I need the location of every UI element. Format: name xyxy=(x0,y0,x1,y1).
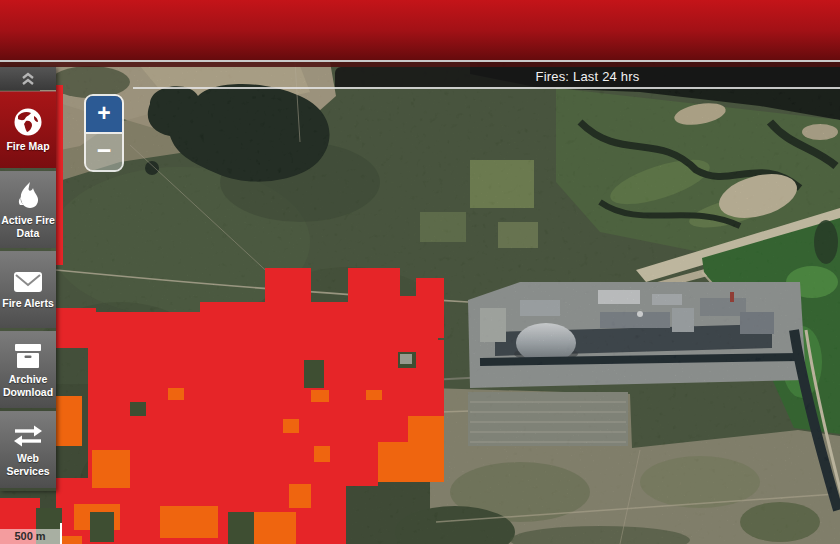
fire-detection-red xyxy=(418,340,444,416)
forest-gap xyxy=(228,512,254,544)
fire-detection-red xyxy=(294,523,320,544)
forest-gap xyxy=(90,512,114,542)
collapse-menu-button[interactable] xyxy=(0,67,56,90)
fire-detection-orange xyxy=(314,446,330,462)
sidebar-item-label: Archive Download xyxy=(0,373,56,398)
sidebar-menu: Fire Map Active Fire Data Fire Alerts Ar… xyxy=(0,67,56,491)
fire-detection-orange xyxy=(408,416,444,442)
scale-tick xyxy=(60,523,62,544)
archive-icon xyxy=(12,342,44,370)
flame-icon xyxy=(14,181,42,211)
transfer-arrows-icon xyxy=(11,423,45,449)
app-header xyxy=(0,0,840,60)
sidebar-item-label: Active Fire Data xyxy=(0,214,56,239)
sidebar-item-fire-alerts[interactable]: Fire Alerts xyxy=(0,251,56,328)
fire-detection-orange xyxy=(311,390,329,402)
sidebar-item-web-services[interactable]: Web Services xyxy=(0,411,56,488)
fire-detection-orange xyxy=(56,396,82,446)
fire-detection-orange xyxy=(254,512,296,544)
fire-detection-orange xyxy=(92,450,130,488)
fire-detection-orange xyxy=(283,419,299,433)
fire-detection-orange xyxy=(160,506,218,538)
zoom-out-button[interactable]: − xyxy=(86,134,122,170)
fire-detection-red xyxy=(56,85,63,265)
sidebar-item-active-fire-data[interactable]: Active Fire Data xyxy=(0,171,56,248)
header-separator xyxy=(0,60,840,62)
zoom-in-button[interactable]: + xyxy=(86,96,122,132)
fire-detection-red xyxy=(265,268,311,302)
chevrons-up-icon xyxy=(19,72,37,86)
envelope-icon xyxy=(12,270,44,294)
sidebar-item-fire-map[interactable]: Fire Map xyxy=(0,91,56,168)
sidebar-item-label: Fire Alerts xyxy=(1,297,55,309)
scale-bar: 500 m xyxy=(0,529,60,544)
sidebar-item-archive-download[interactable]: Archive Download xyxy=(0,331,56,408)
fire-detection-orange xyxy=(168,388,184,400)
timeline-border xyxy=(133,87,840,89)
sidebar-item-label: Web Services xyxy=(0,452,56,477)
fire-detections-layer xyxy=(0,62,840,544)
fire-detection-orange xyxy=(378,442,444,482)
sidebar-item-label: Fire Map xyxy=(5,140,50,152)
fires-period-bar[interactable]: Fires: Last 24 hrs xyxy=(335,67,840,87)
zoom-control: + − xyxy=(84,94,124,172)
fire-detection-orange xyxy=(289,484,311,508)
fire-detection-orange xyxy=(366,390,382,400)
fire-detection-red xyxy=(346,448,378,486)
structure-gray xyxy=(400,354,412,364)
map-container[interactable]: Fires: Last 24 hrs + − 500 m xyxy=(0,62,840,544)
forest-gap xyxy=(304,360,324,388)
forest-gap xyxy=(130,402,146,416)
globe-icon xyxy=(13,107,43,137)
